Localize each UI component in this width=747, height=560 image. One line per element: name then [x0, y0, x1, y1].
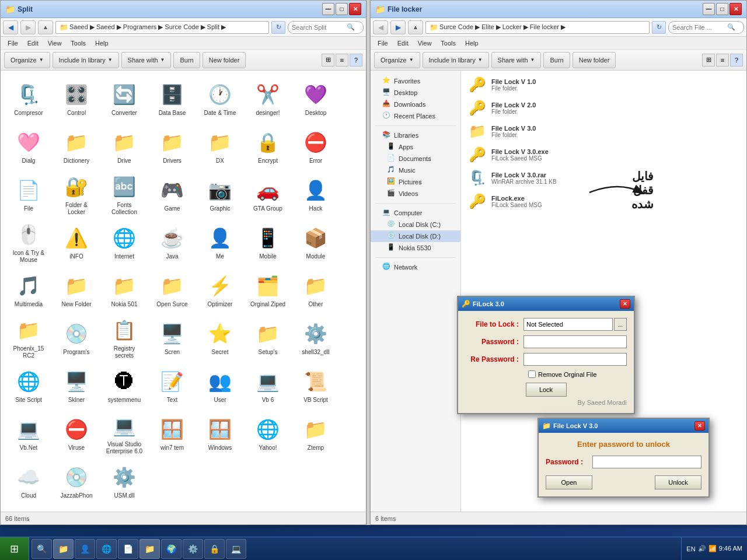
right-view-btn-2[interactable]: ≡: [716, 54, 729, 66]
unlock-password-input[interactable]: [592, 456, 701, 468]
right-minimize-button[interactable]: —: [703, 3, 715, 15]
sidebar-item-apps[interactable]: 📱Apps: [371, 141, 460, 153]
sidebar-item-recent[interactable]: 🕐Recent Places: [371, 110, 460, 122]
file-item[interactable]: ⭐ Secret: [197, 314, 243, 361]
unlock-button[interactable]: Unlock: [655, 475, 701, 489]
file-item[interactable]: 📄 File: [5, 171, 52, 218]
left-organize-button[interactable]: Organize ▼: [4, 52, 50, 68]
file-item[interactable]: 📁 Open Surce: [149, 267, 196, 313]
left-help-btn[interactable]: ?: [350, 54, 362, 66]
file-item[interactable]: 🔒 Encrypt: [245, 123, 291, 170]
left-up-button[interactable]: ▲: [38, 20, 53, 34]
taskbar-item-3[interactable]: 👤: [75, 539, 95, 559]
right-up-button[interactable]: ▲: [408, 20, 423, 34]
right-menu-help[interactable]: Help: [460, 38, 483, 48]
left-menu-tools[interactable]: Tools: [66, 38, 90, 48]
file-item[interactable]: ⚙️ shell32_dll: [292, 314, 339, 361]
sidebar-item-network[interactable]: 🌐Network: [371, 261, 460, 273]
left-back-button[interactable]: ◀: [3, 20, 18, 34]
left-address-path[interactable]: 📁 Saeed ▶ Saeed ▶ Programers ▶ Surce Cod…: [55, 21, 269, 34]
left-close-button[interactable]: ✕: [349, 3, 361, 15]
list-item[interactable]: 🔑 File Lock V 3.0.exe FiLock Saeed MSG: [463, 143, 744, 166]
sidebar-item-videos[interactable]: 🎬Videos: [371, 188, 460, 200]
file-item[interactable]: 📁 Setup's: [245, 314, 291, 361]
file-item[interactable]: 🗜️ Compresor: [5, 75, 52, 122]
file-item[interactable]: ☁️ Cloud: [5, 458, 52, 505]
file-item[interactable]: 🎛️ Control: [53, 75, 100, 122]
sidebar-item-pictures[interactable]: 🖼️Pictures: [371, 176, 460, 188]
left-refresh-button[interactable]: ↻: [271, 21, 285, 34]
file-item[interactable]: 📁 Phoenix_15 RC2: [5, 314, 52, 361]
sidebar-item-nokia[interactable]: 📱Nokia 5530: [371, 242, 460, 254]
file-item[interactable]: 💜 Desktop: [292, 75, 339, 122]
file-item[interactable]: 🎮 Game: [149, 171, 196, 218]
file-item[interactable]: 📋 Registry secrets: [101, 314, 148, 361]
right-menu-tools[interactable]: Tools: [436, 38, 460, 48]
right-library-button[interactable]: Include in library ▼: [423, 52, 489, 68]
file-item[interactable]: 📝 Text: [149, 362, 196, 409]
left-library-button[interactable]: Include in library ▼: [53, 52, 119, 68]
left-menu-edit[interactable]: Edit: [23, 38, 43, 48]
file-item[interactable]: 🔄 Converter: [101, 75, 148, 122]
file-item[interactable]: 📁 Drive: [101, 123, 148, 170]
password-input[interactable]: [523, 335, 627, 348]
right-burn-button[interactable]: Burn: [543, 52, 570, 68]
file-item[interactable]: 📁 DX: [197, 123, 243, 170]
file-item[interactable]: 📁 Dictionery: [53, 123, 100, 170]
file-item[interactable]: 🗂️ Orginal Ziped: [245, 267, 291, 313]
file-item[interactable]: 🔐 Folder & Locker: [53, 171, 100, 218]
right-menu-view[interactable]: View: [413, 38, 437, 48]
list-item[interactable]: 📁 File Lock V 3.0 File folder: [463, 120, 744, 143]
right-close-button[interactable]: ✕: [729, 3, 742, 15]
right-view-btn-1[interactable]: ⊞: [702, 54, 715, 66]
file-item[interactable]: ⛔ Viruse: [53, 410, 100, 457]
right-address-path[interactable]: 📁 Surce Code ▶ Elite ▶ Locker ▶ File loc…: [425, 21, 650, 34]
list-item[interactable]: 🔑 File Lock V 2.0 File folder: [463, 96, 744, 120]
list-item[interactable]: 🔑 File Lock V 1.0 File folder: [463, 73, 744, 96]
sidebar-item-music[interactable]: 🎵Music: [371, 164, 460, 176]
taskbar-item-9[interactable]: 🔒: [204, 539, 225, 559]
right-menu-file[interactable]: File: [373, 38, 393, 48]
left-menu-view[interactable]: View: [43, 38, 67, 48]
sidebar-item-favorites[interactable]: ⭐Favorites: [371, 75, 460, 87]
file-item[interactable]: 📜 VB Script: [292, 362, 339, 409]
file-item[interactable]: ☕ Java: [149, 219, 196, 265]
sidebar-item-disk-d[interactable]: 💿Local Disk (D:): [371, 230, 460, 242]
file-item[interactable]: 📁 New Folder: [53, 267, 100, 313]
right-menu-edit[interactable]: Edit: [393, 38, 413, 48]
right-share-button[interactable]: Share with ▼: [491, 52, 542, 68]
file-item[interactable]: 🌐 Site Script: [5, 362, 52, 409]
file-item[interactable]: 📁 Drivers: [149, 123, 196, 170]
file-item[interactable]: 👤 Hack: [292, 171, 339, 218]
left-menu-file[interactable]: File: [3, 38, 23, 48]
file-item[interactable]: 📁 Nokia 501: [101, 267, 148, 313]
sidebar-item-computer[interactable]: 💻Computer: [371, 207, 460, 219]
window-splitter[interactable]: [366, 0, 370, 525]
right-back-button[interactable]: ◀: [373, 20, 388, 34]
file-item[interactable]: 📁 Other: [292, 267, 339, 313]
file-item[interactable]: 📦 Module: [292, 219, 339, 265]
file-item[interactable]: 🎵 Multimedia: [5, 267, 52, 313]
sidebar-item-documents[interactable]: 📄Documents: [371, 153, 460, 164]
browse-button[interactable]: ...: [614, 318, 627, 331]
file-item[interactable]: 📁 Ztemp: [292, 410, 339, 457]
right-forward-button[interactable]: ▶: [390, 20, 406, 34]
taskbar-item-1[interactable]: 🔍: [32, 539, 52, 559]
left-newfolder-button[interactable]: New folder: [203, 52, 246, 68]
file-item[interactable]: 💿 Program's: [53, 314, 100, 361]
file-item[interactable]: 💻 Vb.Net: [5, 410, 52, 457]
taskbar-item-2[interactable]: 📁: [53, 539, 74, 559]
taskbar-item-8[interactable]: ⚙️: [183, 539, 203, 559]
file-item[interactable]: ⚠️ iNFO: [53, 219, 100, 265]
taskbar-item-10[interactable]: 💻: [226, 539, 246, 559]
sidebar-item-desktop[interactable]: 🖥️Desktop: [371, 87, 460, 99]
file-item[interactable]: 🖱️ Icon & Try & Mouse: [5, 219, 52, 265]
file-item[interactable]: 🌐 Internet: [101, 219, 148, 265]
left-share-button[interactable]: Share with ▼: [121, 52, 172, 68]
file-item[interactable]: 🖥️ Scren: [149, 314, 196, 361]
open-button[interactable]: Open: [546, 475, 592, 489]
left-menu-help[interactable]: Help: [90, 38, 113, 48]
right-organize-button[interactable]: Organize ▼: [374, 52, 420, 68]
file-item[interactable]: 📱 Mobile: [245, 219, 291, 265]
file-item[interactable]: 👤 Me: [197, 219, 243, 265]
